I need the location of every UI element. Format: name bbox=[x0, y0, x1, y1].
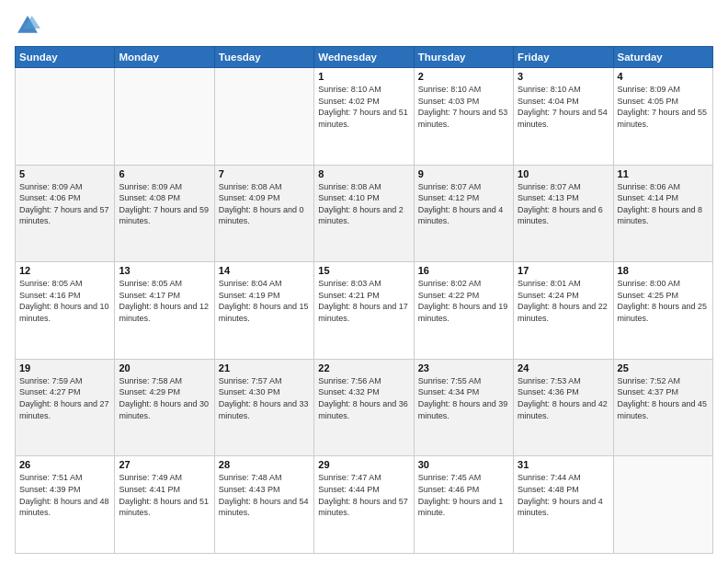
calendar-cell-2-6: 10Sunrise: 8:07 AM Sunset: 4:13 PM Dayli… bbox=[514, 165, 613, 262]
calendar-cell-3-5: 16Sunrise: 8:02 AM Sunset: 4:22 PM Dayli… bbox=[414, 262, 513, 360]
day-number: 7 bbox=[219, 168, 310, 179]
calendar-cell-3-6: 17Sunrise: 8:01 AM Sunset: 4:24 PM Dayli… bbox=[514, 262, 613, 360]
day-number: 5 bbox=[19, 168, 110, 179]
calendar-cell-2-3: 7Sunrise: 8:08 AM Sunset: 4:09 PM Daylig… bbox=[214, 165, 313, 262]
calendar-cell-1-6: 3Sunrise: 8:10 AM Sunset: 4:04 PM Daylig… bbox=[514, 68, 613, 166]
day-info: Sunrise: 7:59 AM Sunset: 4:27 PM Dayligh… bbox=[19, 375, 110, 421]
week-row-3: 12Sunrise: 8:05 AM Sunset: 4:16 PM Dayli… bbox=[16, 262, 713, 360]
day-info: Sunrise: 8:09 AM Sunset: 4:05 PM Dayligh… bbox=[618, 84, 709, 130]
day-number: 13 bbox=[119, 265, 210, 276]
calendar-cell-2-5: 9Sunrise: 8:07 AM Sunset: 4:12 PM Daylig… bbox=[414, 165, 513, 262]
day-info: Sunrise: 7:57 AM Sunset: 4:30 PM Dayligh… bbox=[219, 375, 310, 421]
day-number: 14 bbox=[219, 265, 310, 276]
calendar-cell-3-3: 14Sunrise: 8:04 AM Sunset: 4:19 PM Dayli… bbox=[214, 262, 313, 360]
calendar-cell-1-5: 2Sunrise: 8:10 AM Sunset: 4:03 PM Daylig… bbox=[414, 68, 513, 166]
day-number: 18 bbox=[618, 265, 709, 276]
day-info: Sunrise: 7:58 AM Sunset: 4:29 PM Dayligh… bbox=[119, 375, 210, 421]
day-number: 23 bbox=[418, 362, 509, 373]
day-info: Sunrise: 7:56 AM Sunset: 4:32 PM Dayligh… bbox=[318, 375, 409, 421]
day-number: 16 bbox=[418, 265, 509, 276]
calendar-cell-1-1 bbox=[16, 68, 115, 166]
day-info: Sunrise: 8:07 AM Sunset: 4:12 PM Dayligh… bbox=[418, 181, 509, 227]
calendar-cell-1-4: 1Sunrise: 8:10 AM Sunset: 4:02 PM Daylig… bbox=[314, 68, 414, 166]
day-info: Sunrise: 8:08 AM Sunset: 4:10 PM Dayligh… bbox=[318, 181, 409, 227]
day-number: 31 bbox=[518, 459, 609, 470]
day-info: Sunrise: 7:53 AM Sunset: 4:36 PM Dayligh… bbox=[518, 375, 609, 421]
day-info: Sunrise: 8:09 AM Sunset: 4:08 PM Dayligh… bbox=[119, 181, 210, 227]
calendar-cell-1-3 bbox=[214, 68, 313, 166]
day-info: Sunrise: 8:02 AM Sunset: 4:22 PM Dayligh… bbox=[418, 278, 509, 324]
day-number: 19 bbox=[19, 362, 110, 373]
calendar-cell-3-7: 18Sunrise: 8:00 AM Sunset: 4:25 PM Dayli… bbox=[613, 262, 712, 360]
day-info: Sunrise: 7:48 AM Sunset: 4:43 PM Dayligh… bbox=[219, 472, 310, 518]
calendar-cell-4-2: 20Sunrise: 7:58 AM Sunset: 4:29 PM Dayli… bbox=[115, 359, 214, 456]
calendar-table: SundayMondayTuesdayWednesdayThursdayFrid… bbox=[15, 46, 713, 554]
week-row-4: 19Sunrise: 7:59 AM Sunset: 4:27 PM Dayli… bbox=[16, 359, 713, 456]
day-number: 17 bbox=[518, 265, 609, 276]
calendar-cell-5-2: 27Sunrise: 7:49 AM Sunset: 4:41 PM Dayli… bbox=[115, 456, 214, 554]
day-number: 30 bbox=[418, 459, 509, 470]
week-row-1: 1Sunrise: 8:10 AM Sunset: 4:02 PM Daylig… bbox=[16, 68, 713, 166]
calendar-cell-5-4: 29Sunrise: 7:47 AM Sunset: 4:44 PM Dayli… bbox=[314, 456, 414, 554]
day-info: Sunrise: 7:51 AM Sunset: 4:39 PM Dayligh… bbox=[19, 472, 110, 518]
day-number: 29 bbox=[318, 459, 409, 470]
weekday-header-monday: Monday bbox=[115, 47, 214, 68]
day-number: 20 bbox=[119, 362, 210, 373]
day-info: Sunrise: 7:55 AM Sunset: 4:34 PM Dayligh… bbox=[418, 375, 509, 421]
day-number: 1 bbox=[318, 71, 409, 82]
day-number: 6 bbox=[119, 168, 210, 179]
day-number: 27 bbox=[119, 459, 210, 470]
day-info: Sunrise: 8:00 AM Sunset: 4:25 PM Dayligh… bbox=[618, 278, 709, 324]
day-number: 3 bbox=[518, 71, 609, 82]
day-info: Sunrise: 8:05 AM Sunset: 4:17 PM Dayligh… bbox=[119, 278, 210, 324]
weekday-header-row: SundayMondayTuesdayWednesdayThursdayFrid… bbox=[16, 47, 713, 68]
day-info: Sunrise: 8:10 AM Sunset: 4:04 PM Dayligh… bbox=[518, 84, 609, 130]
day-number: 25 bbox=[618, 362, 709, 373]
weekday-header-thursday: Thursday bbox=[414, 47, 513, 68]
week-row-2: 5Sunrise: 8:09 AM Sunset: 4:06 PM Daylig… bbox=[16, 165, 713, 262]
weekday-header-friday: Friday bbox=[514, 47, 613, 68]
calendar-cell-2-7: 11Sunrise: 8:06 AM Sunset: 4:14 PM Dayli… bbox=[613, 165, 712, 262]
page: SundayMondayTuesdayWednesdayThursdayFrid… bbox=[0, 0, 728, 563]
weekday-header-saturday: Saturday bbox=[613, 47, 712, 68]
day-info: Sunrise: 8:08 AM Sunset: 4:09 PM Dayligh… bbox=[219, 181, 310, 227]
day-info: Sunrise: 7:49 AM Sunset: 4:41 PM Dayligh… bbox=[119, 472, 210, 518]
day-number: 22 bbox=[318, 362, 409, 373]
week-row-5: 26Sunrise: 7:51 AM Sunset: 4:39 PM Dayli… bbox=[16, 456, 713, 554]
calendar-cell-5-5: 30Sunrise: 7:45 AM Sunset: 4:46 PM Dayli… bbox=[414, 456, 513, 554]
day-number: 2 bbox=[418, 71, 509, 82]
day-number: 21 bbox=[219, 362, 310, 373]
calendar-cell-4-4: 22Sunrise: 7:56 AM Sunset: 4:32 PM Dayli… bbox=[314, 359, 414, 456]
weekday-header-sunday: Sunday bbox=[16, 47, 115, 68]
calendar-cell-2-1: 5Sunrise: 8:09 AM Sunset: 4:06 PM Daylig… bbox=[16, 165, 115, 262]
day-info: Sunrise: 8:06 AM Sunset: 4:14 PM Dayligh… bbox=[618, 181, 709, 227]
day-info: Sunrise: 7:52 AM Sunset: 4:37 PM Dayligh… bbox=[618, 375, 709, 421]
day-info: Sunrise: 8:10 AM Sunset: 4:02 PM Dayligh… bbox=[318, 84, 409, 130]
calendar-cell-5-6: 31Sunrise: 7:44 AM Sunset: 4:48 PM Dayli… bbox=[514, 456, 613, 554]
calendar-cell-4-7: 25Sunrise: 7:52 AM Sunset: 4:37 PM Dayli… bbox=[613, 359, 712, 456]
weekday-header-wednesday: Wednesday bbox=[314, 47, 414, 68]
day-number: 15 bbox=[318, 265, 409, 276]
day-info: Sunrise: 7:45 AM Sunset: 4:46 PM Dayligh… bbox=[418, 472, 509, 518]
day-info: Sunrise: 8:05 AM Sunset: 4:16 PM Dayligh… bbox=[19, 278, 110, 324]
calendar-cell-4-6: 24Sunrise: 7:53 AM Sunset: 4:36 PM Dayli… bbox=[514, 359, 613, 456]
calendar-cell-3-1: 12Sunrise: 8:05 AM Sunset: 4:16 PM Dayli… bbox=[16, 262, 115, 360]
day-number: 4 bbox=[618, 71, 709, 82]
day-info: Sunrise: 7:47 AM Sunset: 4:44 PM Dayligh… bbox=[318, 472, 409, 518]
day-number: 12 bbox=[19, 265, 110, 276]
calendar-cell-2-4: 8Sunrise: 8:08 AM Sunset: 4:10 PM Daylig… bbox=[314, 165, 414, 262]
day-number: 28 bbox=[219, 459, 310, 470]
day-number: 8 bbox=[318, 168, 409, 179]
day-info: Sunrise: 8:07 AM Sunset: 4:13 PM Dayligh… bbox=[518, 181, 609, 227]
logo-icon bbox=[15, 13, 40, 39]
calendar-cell-2-2: 6Sunrise: 8:09 AM Sunset: 4:08 PM Daylig… bbox=[115, 165, 214, 262]
calendar-cell-4-5: 23Sunrise: 7:55 AM Sunset: 4:34 PM Dayli… bbox=[414, 359, 513, 456]
day-number: 10 bbox=[518, 168, 609, 179]
day-info: Sunrise: 7:44 AM Sunset: 4:48 PM Dayligh… bbox=[518, 472, 609, 518]
day-info: Sunrise: 8:09 AM Sunset: 4:06 PM Dayligh… bbox=[19, 181, 110, 227]
calendar-cell-1-2 bbox=[115, 68, 214, 166]
day-number: 9 bbox=[418, 168, 509, 179]
logo bbox=[15, 13, 44, 39]
day-info: Sunrise: 8:03 AM Sunset: 4:21 PM Dayligh… bbox=[318, 278, 409, 324]
calendar-cell-1-7: 4Sunrise: 8:09 AM Sunset: 4:05 PM Daylig… bbox=[613, 68, 712, 166]
